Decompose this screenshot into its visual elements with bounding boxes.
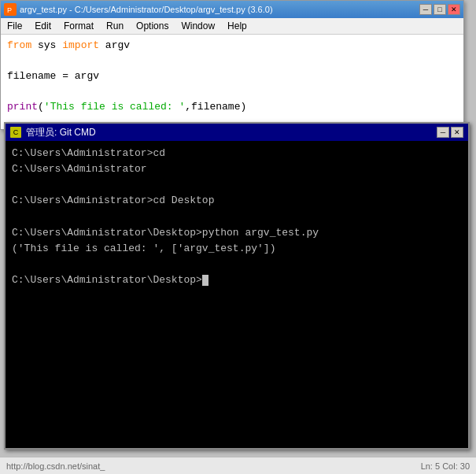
cmd-line <box>12 177 462 193</box>
status-position: Ln: 5 Col: 30 <box>421 461 470 471</box>
idle-titlebar: P argv_test.py - C:/Users/Administrator/… <box>1 1 463 18</box>
menu-item-edit[interactable]: Edit <box>31 20 54 32</box>
idle-title: argv_test.py - C:/Users/Administrator/De… <box>17 5 419 14</box>
menu-item-file[interactable]: File <box>4 20 25 32</box>
code-token: print <box>7 101 38 113</box>
cmd-line: C:\Users\Administrator>cd <box>12 146 462 161</box>
cmd-line: C:\Users\Administrator <box>12 161 462 177</box>
cmd-line: C:\Users\Administrator>cd Desktop <box>12 193 462 209</box>
cmd-minimize-button[interactable]: ─ <box>437 127 449 138</box>
menu-item-window[interactable]: Window <box>178 20 218 32</box>
code-line: print('This file is called: ',filename) <box>7 99 457 115</box>
menu-item-help[interactable]: Help <box>224 20 250 32</box>
code-token: sys <box>31 39 62 51</box>
code-line: filename = argv <box>7 69 457 84</box>
menu-item-run[interactable]: Run <box>103 20 127 32</box>
status-url: http://blog.csdn.net/sinat_ <box>6 461 105 471</box>
cmd-line <box>12 257 462 272</box>
cmd-line: ('This file is called: ', ['argv_test.py… <box>12 241 462 257</box>
code-line: from sys import argv <box>7 38 457 54</box>
cmd-icon: C <box>10 127 21 138</box>
code-token: from <box>7 39 31 51</box>
cmd-titlebar-title: C 管理员: Git CMD <box>10 126 96 139</box>
cmd-line: C:\Users\Administrator\Desktop> <box>12 272 462 288</box>
code-token: ,filename) <box>185 101 246 113</box>
cmd-title: 管理员: Git CMD <box>26 126 96 139</box>
code-token: filename = argv <box>7 70 99 82</box>
idle-maximize-button[interactable]: □ <box>434 4 446 15</box>
menu-item-options[interactable]: Options <box>133 20 172 32</box>
cmd-titlebar-buttons: ─ ✕ <box>437 127 463 138</box>
menu-item-format[interactable]: Format <box>61 20 97 32</box>
code-line <box>7 54 457 69</box>
status-bar: http://blog.csdn.net/sinat_ Ln: 5 Col: 3… <box>0 457 476 474</box>
cmd-titlebar: C 管理员: Git CMD ─ ✕ <box>6 124 468 141</box>
code-line <box>7 84 457 100</box>
cursor <box>202 275 208 286</box>
code-token: argv <box>99 39 130 51</box>
idle-icon: P <box>4 3 17 16</box>
cmd-line: C:\Users\Administrator\Desktop>python ar… <box>12 225 462 241</box>
idle-editor: from sys import argv filename = argv pri… <box>1 35 463 129</box>
idle-minimize-button[interactable]: ─ <box>419 4 432 15</box>
code-token: 'This file is called: ' <box>44 101 185 113</box>
idle-close-button[interactable]: ✕ <box>448 4 460 15</box>
cmd-window: C 管理员: Git CMD ─ ✕ C:\Users\Administrato… <box>4 122 470 450</box>
cmd-close-button[interactable]: ✕ <box>451 127 463 138</box>
code-token: ( <box>38 101 44 113</box>
svg-text:P: P <box>7 6 12 14</box>
idle-titlebar-buttons: ─ □ ✕ <box>419 4 460 15</box>
cmd-line <box>12 209 462 225</box>
idle-menubar: FileEditFormatRunOptionsWindowHelp <box>1 18 463 35</box>
code-token: import <box>62 39 99 51</box>
cmd-content: C:\Users\Administrator>cdC:\Users\Admini… <box>6 141 468 448</box>
idle-window: P argv_test.py - C:/Users/Administrator/… <box>0 0 464 130</box>
